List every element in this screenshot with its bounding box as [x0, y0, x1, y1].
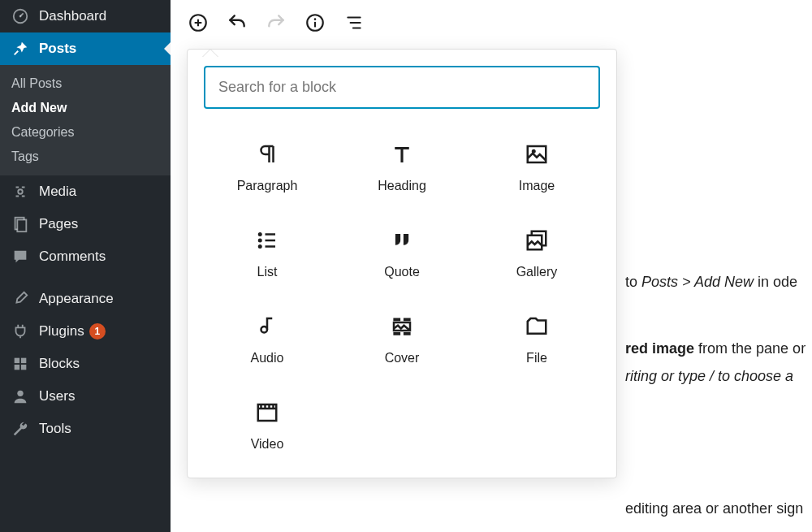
- block-label: Quote: [384, 265, 420, 279]
- sidebar-label: Blocks: [39, 356, 80, 372]
- sidebar-label: Plugins: [39, 323, 84, 340]
- sidebar-item-tools[interactable]: Tools: [0, 413, 171, 445]
- sidebar-item-appearance[interactable]: Appearance: [0, 283, 171, 315]
- block-gallery[interactable]: Gallery: [473, 214, 600, 289]
- sidebar-label: Media: [39, 184, 76, 200]
- redo-button: [265, 11, 287, 34]
- wrench-icon: [10, 420, 31, 438]
- bg-text-fragment: red image: [625, 340, 694, 357]
- sidebar-submenu-posts: All Posts Add New Categories Tags: [0, 65, 171, 175]
- block-label: File: [526, 351, 547, 365]
- block-label: Heading: [378, 179, 426, 193]
- sidebar-label: Pages: [39, 216, 78, 232]
- svg-point-12: [314, 18, 317, 20]
- brush-icon: [10, 290, 31, 308]
- sidebar-label: Dashboard: [39, 8, 106, 24]
- editor-main: to Posts > Add New in ode red image from…: [171, 0, 812, 532]
- sidebar-item-media[interactable]: Media: [0, 175, 171, 208]
- pin-icon: [10, 40, 31, 58]
- editor-body-text: to Posts > Add New in ode red image from…: [625, 268, 806, 522]
- svg-point-2: [18, 189, 23, 194]
- svg-point-1: [19, 15, 22, 18]
- block-label: Cover: [385, 351, 420, 365]
- quote-icon: [390, 224, 414, 257]
- svg-point-16: [258, 239, 261, 242]
- sidebar-item-posts[interactable]: Posts: [0, 32, 171, 65]
- dashboard-icon: [10, 7, 31, 25]
- bg-text-fragment: in ode: [754, 274, 797, 290]
- paragraph-icon: [255, 138, 279, 171]
- block-file[interactable]: File: [473, 301, 600, 375]
- info-button[interactable]: [304, 11, 326, 34]
- block-label: List: [257, 265, 278, 279]
- sidebar-sub-categories[interactable]: Categories: [0, 120, 171, 145]
- sidebar-label: Posts: [39, 41, 76, 57]
- media-icon: [10, 183, 31, 201]
- block-paragraph[interactable]: Paragraph: [204, 128, 330, 203]
- sidebar-label: Comments: [39, 249, 106, 265]
- image-icon: [525, 138, 549, 171]
- pages-icon: [10, 215, 31, 233]
- svg-point-15: [258, 233, 261, 236]
- sidebar-label: Users: [39, 388, 75, 404]
- file-icon: [525, 310, 549, 343]
- sidebar-item-pages[interactable]: Pages: [0, 208, 171, 240]
- block-grid: Paragraph Heading Image: [204, 128, 600, 461]
- gallery-icon: [525, 224, 549, 257]
- sidebar-item-comments[interactable]: Comments: [0, 240, 171, 273]
- sidebar-label: Tools: [39, 421, 71, 437]
- block-label: Video: [251, 437, 284, 452]
- block-label: Paragraph: [237, 179, 298, 193]
- svg-point-9: [17, 391, 23, 396]
- user-icon: [10, 387, 31, 405]
- block-audio[interactable]: Audio: [204, 301, 330, 375]
- block-heading[interactable]: Heading: [339, 128, 465, 203]
- block-navigation-button[interactable]: [343, 11, 365, 34]
- admin-sidebar: Dashboard Posts All Posts Add New Catego…: [0, 0, 171, 532]
- block-label: Gallery: [516, 265, 558, 279]
- sidebar-item-plugins[interactable]: Plugins 1: [0, 315, 171, 348]
- block-label: Audio: [251, 351, 284, 365]
- blocks-icon: [10, 355, 31, 373]
- block-quote[interactable]: Quote: [339, 214, 465, 289]
- audio-icon: [255, 310, 279, 343]
- block-label: Image: [519, 179, 555, 193]
- svg-rect-4: [17, 220, 26, 232]
- bg-text-fragment: from the pane or: [694, 340, 806, 357]
- sidebar-sub-add-new[interactable]: Add New: [0, 96, 171, 120]
- svg-point-17: [258, 245, 261, 249]
- svg-rect-7: [15, 365, 19, 370]
- sidebar-item-blocks[interactable]: Blocks: [0, 348, 171, 380]
- block-list[interactable]: List: [204, 214, 330, 289]
- sidebar-item-dashboard[interactable]: Dashboard: [0, 0, 171, 32]
- plug-icon: [10, 322, 31, 340]
- add-block-button[interactable]: [187, 11, 209, 34]
- block-cover[interactable]: Cover: [339, 301, 465, 375]
- block-image[interactable]: Image: [473, 128, 600, 203]
- svg-rect-5: [15, 358, 19, 363]
- bg-text-fragment: Posts > Add New: [641, 274, 754, 290]
- block-inserter-popover: Paragraph Heading Image: [187, 49, 617, 478]
- block-search-input[interactable]: [204, 66, 600, 109]
- svg-rect-8: [21, 365, 26, 370]
- video-icon: [255, 396, 279, 429]
- sidebar-sub-tags[interactable]: Tags: [0, 145, 171, 169]
- sidebar-label: Appearance: [39, 291, 114, 307]
- comments-icon: [10, 248, 31, 266]
- svg-point-14: [532, 149, 535, 153]
- bg-text-fragment: riting or type / to choose a: [625, 362, 806, 390]
- list-icon: [255, 224, 279, 257]
- block-video[interactable]: Video: [204, 387, 330, 461]
- sidebar-sub-all-posts[interactable]: All Posts: [0, 71, 171, 96]
- sidebar-item-users[interactable]: Users: [0, 380, 171, 413]
- bg-text-fragment: to: [625, 274, 641, 290]
- bg-text-fragment: editing area or another sign: [625, 495, 806, 522]
- editor-toolbar: [171, 0, 812, 45]
- undo-button[interactable]: [226, 11, 248, 34]
- plugins-update-badge: 1: [89, 323, 106, 340]
- heading-icon: [390, 138, 414, 171]
- cover-icon: [390, 310, 414, 343]
- svg-rect-6: [21, 358, 26, 363]
